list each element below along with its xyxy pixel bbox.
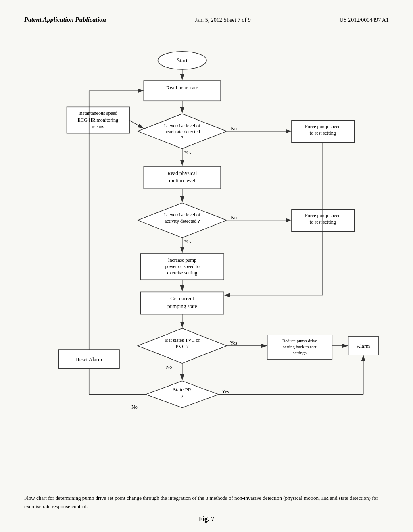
read-physical-line2: motion level xyxy=(169,177,196,183)
is-exercise-act-line2: activity detected ? xyxy=(165,218,200,224)
instantaneous-speed-label: Instantaneous speed xyxy=(78,110,117,116)
get-current-line2: pumping state xyxy=(167,303,197,309)
force-pump-rest1-line1: Force pump speed xyxy=(305,124,340,129)
no-label-hr: No xyxy=(231,126,237,131)
no-label-tvc: No xyxy=(166,364,172,370)
read-heart-rate-label: Read heart rate xyxy=(166,85,198,91)
start-label: Start xyxy=(177,57,188,64)
state-pr-line2: ? xyxy=(181,393,184,399)
is-exercise-act-line1: Is exercise level of xyxy=(164,212,201,218)
yes-label-act: Yes xyxy=(184,239,192,245)
figure-label: Fig. 7 xyxy=(24,514,389,524)
page-header: Patent Application Publication Jan. 5, 2… xyxy=(24,16,389,27)
force-pump-rest1-line2: to rest setting xyxy=(310,130,336,136)
means-label: means xyxy=(92,124,104,129)
is-exercise-hr-line1: Is exercise level of xyxy=(164,123,201,129)
state-pr-line1: State PR xyxy=(173,387,192,393)
no-label-act: No xyxy=(231,215,237,220)
caption-text: Flow chart for determining pump drive se… xyxy=(24,494,389,511)
reduce-pump-line2: setting back to rest xyxy=(283,344,317,349)
ecg-hr-label: ECG HR monitoring xyxy=(78,117,118,123)
reduce-pump-line1: Reduce pump drive xyxy=(282,338,317,343)
no-label-pr: No xyxy=(131,404,138,410)
is-exercise-hr-line2: heart rate detected xyxy=(165,129,200,135)
flowchart-svg: Start Read heart rate Instantaneous spee… xyxy=(24,39,389,474)
header-patent-number: US 2012/0004497 A1 xyxy=(340,17,389,23)
is-exercise-hr-line3: ? xyxy=(181,135,183,141)
svg-line-6 xyxy=(129,121,144,129)
increase-pump-line2: power or speed to xyxy=(165,264,200,269)
read-physical-line1: Read physical xyxy=(167,170,197,176)
is-tvc-pvc-line2: PVC ? xyxy=(176,344,189,349)
flowchart-area: Start Read heart rate Instantaneous spee… xyxy=(24,39,389,474)
yes-label-tvc: Yes xyxy=(230,340,237,346)
caption-area: Flow chart for determining pump drive se… xyxy=(24,494,389,524)
header-publication: Patent Application Publication xyxy=(24,16,106,23)
reset-alarm-label: Reset Alarm xyxy=(76,356,102,362)
page: Patent Application Publication Jan. 5, 2… xyxy=(0,0,413,532)
reduce-pump-line3: settings xyxy=(293,350,307,355)
increase-pump-line1: Increase pump xyxy=(168,257,196,263)
is-tvc-pvc-line1: Is it states TVC or xyxy=(165,337,200,343)
header-date-sheet: Jan. 5, 2012 Sheet 7 of 9 xyxy=(195,17,250,23)
increase-pump-line3: exercise setting xyxy=(167,270,197,276)
alarm-label: Alarm xyxy=(357,343,370,349)
yes-label-pr: Yes xyxy=(222,389,229,394)
yes-label-hr: Yes xyxy=(184,150,192,156)
get-current-line1: Get current xyxy=(170,295,194,301)
